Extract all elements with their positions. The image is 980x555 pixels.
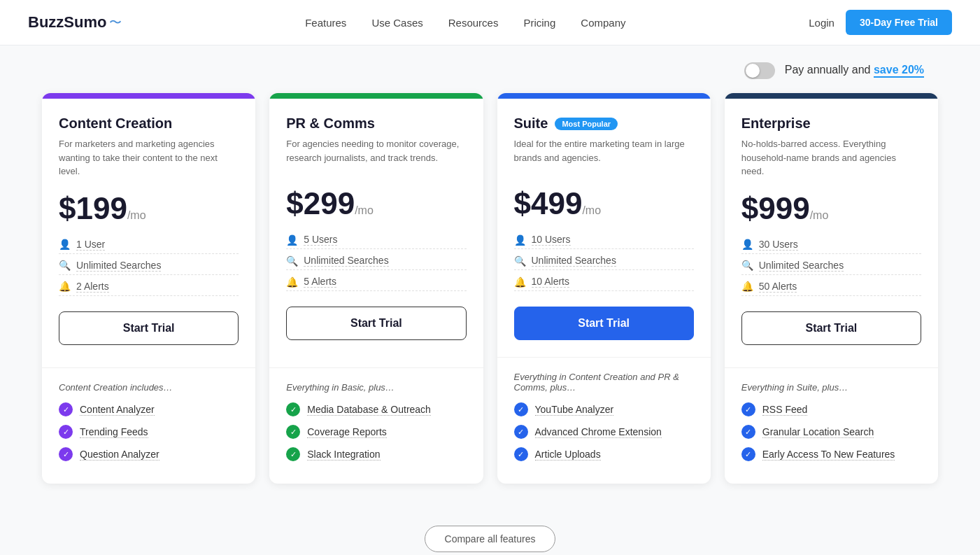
start-trial-button[interactable]: Start Trial (741, 311, 921, 345)
price-period: /mo (582, 204, 601, 216)
feature-item: ✓ Early Access To New Features (741, 447, 921, 461)
feature-label: Slack Integration (307, 449, 380, 461)
nav-company[interactable]: Company (581, 17, 625, 29)
plan-meta-item: 🔍 Unlimited Searches (286, 255, 466, 270)
plan-meta-item: 👤 30 Users (741, 239, 921, 254)
meta-icon: 🔍 (286, 255, 298, 267)
meta-text: 2 Alerts (76, 281, 109, 293)
billing-toggle-section: Pay annually and save 20% (0, 45, 980, 86)
meta-icon: 👤 (286, 234, 298, 246)
plan-features: Everything in Basic, plus… ✓ Media Datab… (269, 367, 483, 484)
plan-top-bar (42, 93, 255, 99)
feature-item: ✓ Media Database & Outreach (286, 402, 466, 416)
feature-item: ✓ RSS Feed (741, 402, 921, 416)
check-icon: ✓ (59, 447, 73, 461)
meta-icon: 🔍 (59, 260, 71, 271)
meta-text: Unlimited Searches (76, 260, 161, 272)
start-trial-button[interactable]: Start Trial (514, 307, 694, 340)
plan-features: Content Creation includes… ✓ Content Ana… (42, 367, 255, 484)
check-icon: ✓ (741, 402, 755, 416)
pricing-section: Content Creation For marketers and marke… (0, 86, 980, 512)
plan-description: No-holds-barred access. Everything house… (741, 137, 921, 178)
plan-name: PR & Comms (286, 115, 466, 132)
compare-all-button[interactable]: Compare all features (425, 526, 556, 552)
plan-meta-item: 👤 1 User (59, 239, 239, 254)
login-button[interactable]: Login (809, 17, 835, 29)
navigation: BuzzSumo 〜 Features Use Cases Resources … (0, 0, 980, 45)
plan-meta-item: 🔍 Unlimited Searches (741, 260, 921, 275)
feature-item: ✓ Granular Location Search (741, 425, 921, 439)
logo-icon: 〜 (109, 14, 122, 31)
meta-text: Unlimited Searches (304, 255, 388, 267)
price-amount: $999 (741, 191, 810, 225)
meta-icon: 👤 (741, 239, 753, 250)
meta-icon: 👤 (59, 239, 71, 250)
check-icon: ✓ (741, 447, 755, 461)
plan-card-enterprise: Enterprise No-holds-barred access. Every… (725, 93, 938, 484)
meta-text: 5 Alerts (304, 276, 336, 288)
plan-top-bar (497, 93, 711, 99)
start-trial-button[interactable]: Start Trial (59, 311, 239, 345)
plan-features: Everything in Content Creation and PR & … (497, 357, 711, 484)
nav-use-cases[interactable]: Use Cases (371, 17, 422, 29)
check-icon: ✓ (59, 425, 73, 439)
annual-billing-toggle[interactable] (744, 62, 775, 79)
plan-name: Enterprise (741, 115, 921, 132)
logo-text: BuzzSumo (28, 13, 106, 31)
plan-description: Ideal for the entire marketing team in l… (514, 137, 694, 174)
plan-meta-item: 👤 5 Users (286, 234, 466, 249)
nav-pricing[interactable]: Pricing (523, 17, 555, 29)
feature-item: ✓ Trending Feeds (59, 425, 239, 439)
price-period: /mo (810, 209, 829, 221)
plan-features: Everything in Suite, plus… ✓ RSS Feed ✓ … (725, 367, 938, 484)
feature-label: Advanced Chrome Extension (535, 426, 662, 438)
features-intro: Content Creation includes… (59, 382, 239, 393)
meta-text: 10 Alerts (532, 276, 569, 288)
plan-body: PR & Comms For agencies needing to monit… (269, 99, 483, 367)
meta-text: 10 Users (532, 234, 571, 246)
meta-icon: 🔔 (741, 281, 753, 292)
free-trial-button[interactable]: 30-Day Free Trial (846, 10, 952, 35)
nav-resources[interactable]: Resources (448, 17, 499, 29)
feature-item: ✓ Article Uploads (514, 447, 694, 461)
logo[interactable]: BuzzSumo 〜 (28, 13, 122, 31)
feature-item: ✓ Advanced Chrome Extension (514, 425, 694, 439)
plan-meta-item: 🔔 50 Alerts (741, 281, 921, 296)
plan-price: $499/mo (514, 186, 694, 221)
meta-text: 30 Users (759, 239, 798, 251)
plan-top-bar (725, 93, 938, 99)
plan-description: For agencies needing to monitor coverage… (286, 137, 466, 174)
plan-meta-list: 👤 10 Users 🔍 Unlimited Searches 🔔 10 Ale… (514, 234, 694, 291)
meta-icon: 🔍 (514, 255, 526, 267)
feature-label: Question Analyzer (80, 449, 159, 461)
feature-label: Coverage Reports (307, 426, 387, 438)
plan-name: Suite Most Popular (514, 115, 694, 132)
features-intro: Everything in Suite, plus… (741, 382, 921, 393)
nav-features[interactable]: Features (305, 17, 346, 29)
start-trial-button[interactable]: Start Trial (286, 307, 466, 340)
meta-text: 5 Users (304, 234, 337, 246)
meta-icon: 🔔 (286, 276, 298, 288)
toggle-knob (746, 64, 760, 78)
plan-name: Content Creation (59, 115, 239, 132)
feature-label: Content Analyzer (80, 404, 155, 416)
meta-text: 50 Alerts (759, 281, 797, 293)
plan-price: $199/mo (59, 191, 239, 226)
feature-label: Granular Location Search (762, 426, 874, 438)
check-icon: ✓ (514, 447, 528, 461)
feature-item: ✓ Question Analyzer (59, 447, 239, 461)
plan-body: Content Creation For marketers and marke… (42, 99, 255, 367)
plan-card-pr-comms: PR & Comms For agencies needing to monit… (269, 93, 483, 484)
feature-label: Early Access To New Features (762, 449, 895, 461)
plan-price: $999/mo (741, 191, 921, 226)
meta-text: Unlimited Searches (532, 255, 616, 267)
check-icon: ✓ (514, 402, 528, 416)
features-intro: Everything in Basic, plus… (286, 382, 466, 393)
plan-body: Suite Most Popular Ideal for the entire … (497, 99, 711, 357)
billing-toggle-label: Pay annually and save 20% (785, 64, 924, 78)
plan-top-bar (269, 93, 483, 99)
price-amount: $299 (286, 186, 355, 220)
plan-card-suite: Suite Most Popular Ideal for the entire … (497, 93, 711, 484)
feature-item: ✓ Slack Integration (286, 447, 466, 461)
plan-meta-list: 👤 30 Users 🔍 Unlimited Searches 🔔 50 Ale… (741, 239, 921, 296)
